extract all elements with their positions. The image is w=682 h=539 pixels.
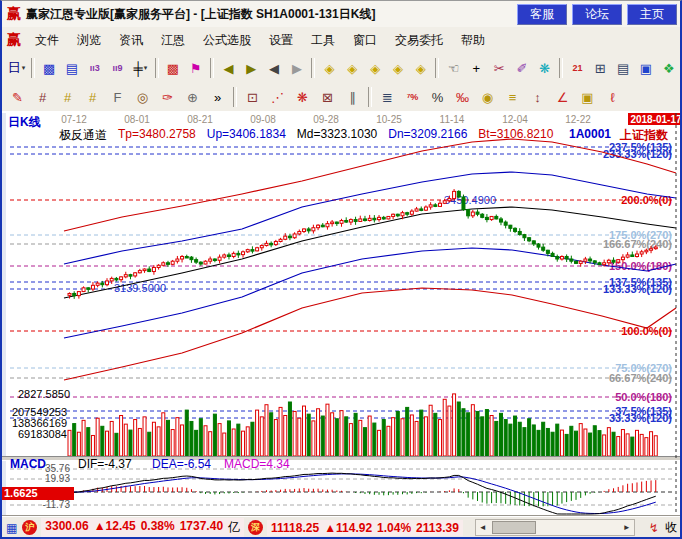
- minute-3-icon[interactable]: ıı3: [84, 57, 105, 80]
- svg-text:08-21: 08-21: [187, 114, 213, 125]
- network-icon[interactable]: ❖: [658, 57, 679, 80]
- chart-area[interactable]: 237.5%(135)233.33%(120)200.0%(0)175.0%(2…: [2, 111, 682, 516]
- receive-status-label: 收: [665, 519, 677, 536]
- svg-text:69183084: 69183084: [18, 428, 67, 440]
- sz-change: ▲114.92: [324, 521, 372, 535]
- prev-bar-icon[interactable]: ◀: [264, 57, 285, 80]
- permille-icon[interactable]: ‰: [451, 86, 474, 109]
- diamond-tool-3-icon[interactable]: ◈: [365, 57, 386, 80]
- menu-item-file[interactable]: 文件: [26, 28, 68, 52]
- percent-icon[interactable]: %: [426, 86, 449, 109]
- svg-text:08-01: 08-01: [124, 114, 150, 125]
- sz-amount: 2113.39: [416, 521, 459, 535]
- svg-text:50.0%(180): 50.0%(180): [615, 391, 672, 403]
- hatch-icon[interactable]: ∥: [341, 86, 364, 109]
- customer-service-button[interactable]: 客服: [517, 4, 567, 25]
- measure-icon[interactable]: ✑: [156, 86, 179, 109]
- symbol-header: 1A0001 上证指数: [569, 127, 668, 144]
- gann-fan-icon[interactable]: ⋰: [266, 86, 289, 109]
- title-buttons: 客服 论坛 主页: [517, 4, 677, 25]
- hand-tool-icon[interactable]: ☜: [443, 57, 464, 80]
- svg-text:233.33%(120): 233.33%(120): [603, 148, 672, 160]
- menu-item-news[interactable]: 资讯: [110, 28, 152, 52]
- diamond-tool-1-icon[interactable]: ◈: [319, 57, 340, 80]
- crosshair-tool-icon[interactable]: +: [466, 57, 487, 80]
- gann-grid2-icon[interactable]: #: [81, 86, 104, 109]
- diamond-tool-2-icon[interactable]: ◈: [342, 57, 363, 80]
- pane-label: 日K线: [8, 114, 41, 131]
- gann-grid-icon[interactable]: #: [56, 86, 79, 109]
- market-map-icon[interactable]: ▩: [39, 57, 60, 80]
- price-ruler-icon[interactable]: ≣: [376, 86, 399, 109]
- shanghai-badge-icon: 沪: [22, 520, 37, 535]
- gold-lines-icon[interactable]: ≡: [501, 86, 524, 109]
- diamond-tool-5-icon[interactable]: ◈: [410, 57, 431, 80]
- candle-style-icon[interactable]: ╪▾: [130, 57, 151, 80]
- symbol-code: 1A0001: [569, 127, 611, 144]
- vertical-ruler-icon[interactable]: ↕: [526, 86, 549, 109]
- pattern-tool-icon[interactable]: ❋: [534, 57, 555, 80]
- scroll-right-icon[interactable]: ►: [620, 523, 634, 532]
- cut-tool-icon[interactable]: ✂: [489, 57, 510, 80]
- grid-icon[interactable]: #: [31, 86, 54, 109]
- sh-change: ▲12.45: [94, 519, 136, 536]
- menu-item-tools[interactable]: 工具: [302, 28, 344, 52]
- menu-item-formula[interactable]: 公式选股: [194, 28, 260, 52]
- shenzhen-badge-icon: 深: [248, 520, 263, 535]
- trend-line-icon[interactable]: ℓ: [601, 86, 624, 109]
- last-bar-icon[interactable]: ▶: [241, 57, 262, 80]
- calendar-icon[interactable]: 21: [567, 57, 588, 80]
- toolbar-separator: [311, 58, 315, 78]
- indicator-md: Md=3323.1030: [297, 127, 377, 144]
- horizontal-scrollbar[interactable]: ◄ ►: [475, 519, 635, 536]
- f10-info-icon[interactable]: ▤: [61, 57, 82, 80]
- gold-box-icon[interactable]: ▣: [576, 86, 599, 109]
- menu-item-settings[interactable]: 设置: [260, 28, 302, 52]
- homepage-button[interactable]: 主页: [627, 4, 677, 25]
- menu-item-trade[interactable]: 交易委托: [386, 28, 452, 52]
- menu-item-window[interactable]: 窗口: [344, 28, 386, 52]
- gold-section-icon[interactable]: ◉: [476, 86, 499, 109]
- scroll-left-icon[interactable]: ◄: [476, 523, 490, 532]
- toolbar-separator: [233, 87, 237, 107]
- draw-tool-icon[interactable]: ✐: [512, 57, 533, 80]
- percent-retrace-icon[interactable]: ⁷%: [401, 86, 424, 109]
- menu-bar: 赢 文件 浏览 资讯 江恩 公式选股 设置 工具 窗口 交易委托 帮助: [2, 27, 680, 54]
- indicator-bt: Bt=3106.8210: [478, 127, 553, 144]
- calculator-icon[interactable]: ⊞: [590, 57, 611, 80]
- menu-item-help[interactable]: 帮助: [452, 28, 494, 52]
- svg-text:3450.4900: 3450.4900: [444, 194, 496, 206]
- chart-canvas[interactable]: 237.5%(135)233.33%(120)200.0%(0)175.0%(2…: [2, 113, 682, 516]
- brush-icon[interactable]: ✎: [6, 86, 29, 109]
- red-grid-icon[interactable]: ▩: [163, 57, 184, 80]
- spiral-icon[interactable]: ◎: [131, 86, 154, 109]
- diamond-tool-4-icon[interactable]: ◈: [388, 57, 409, 80]
- minute-9-icon[interactable]: ıı9: [107, 57, 128, 80]
- kline-period-icon[interactable]: 日▾: [6, 57, 27, 80]
- menu-item-gann[interactable]: 江恩: [152, 28, 194, 52]
- cycle-circle-icon[interactable]: ⊕: [181, 86, 204, 109]
- save-icon[interactable]: ▣: [635, 57, 656, 80]
- report-icon[interactable]: ▤: [613, 57, 634, 80]
- overflow-icon[interactable]: »: [206, 86, 229, 109]
- macd-dea-value: DEA=-6.54: [152, 457, 211, 471]
- svg-text:133.33%(120): 133.33%(120): [603, 283, 672, 295]
- svg-text:-11.73: -11.73: [42, 499, 70, 510]
- svg-text:200.0%(0): 200.0%(0): [621, 194, 672, 206]
- fibo-grid-icon[interactable]: F: [106, 86, 129, 109]
- rays-box-icon[interactable]: ⊠: [316, 86, 339, 109]
- next-bar-icon[interactable]: ▶: [287, 57, 308, 80]
- angle-icon[interactable]: ∠: [551, 86, 574, 109]
- sh-pct: 0.38%: [141, 519, 175, 536]
- frame-icon[interactable]: ⊡: [241, 86, 264, 109]
- window-title: 赢家江恩专业版[赢家服务平台] - [上证指数 SH1A0001-131日K线]: [26, 6, 375, 23]
- quote-board-icon[interactable]: ▦: [6, 521, 17, 535]
- menu-item-browse[interactable]: 浏览: [68, 28, 110, 52]
- first-bar-icon[interactable]: ◀: [218, 57, 239, 80]
- scroll-thumb[interactable]: [492, 521, 536, 534]
- menu-logo-icon: 赢: [7, 31, 21, 49]
- flag-icon[interactable]: ⚑: [185, 57, 206, 80]
- forum-button[interactable]: 论坛: [572, 4, 622, 25]
- spiderweb-icon[interactable]: ❋: [291, 86, 314, 109]
- indicator-up: Up=3406.1834: [207, 127, 286, 144]
